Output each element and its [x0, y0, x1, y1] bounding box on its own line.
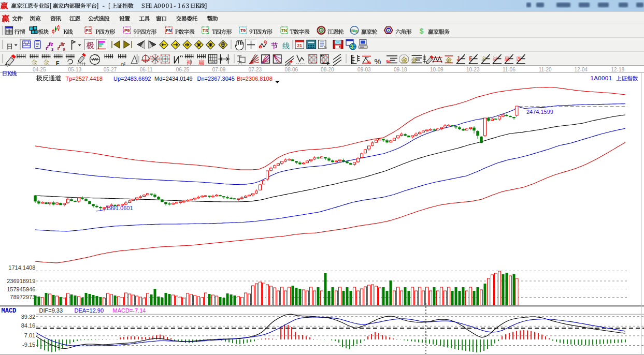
- svg-text:10-09: 10-09: [430, 67, 443, 72]
- svg-text:11-20: 11-20: [539, 67, 552, 72]
- svg-text:06-11: 06-11: [140, 67, 153, 72]
- svg-text:P9: P9: [124, 28, 130, 33]
- svg-text:06-25: 06-25: [176, 67, 190, 72]
- svg-text:21: 21: [297, 43, 302, 48]
- svg-text:F: F: [469, 56, 473, 62]
- svg-text:236918919: 236918919: [7, 278, 35, 284]
- svg-text:%: %: [387, 58, 391, 64]
- svg-text:DEA=12.90: DEA=12.90: [75, 307, 104, 314]
- svg-text:1991.0601: 1991.0601: [106, 205, 133, 211]
- svg-text:2474.1599: 2474.1599: [526, 109, 553, 115]
- svg-text:n²: n²: [121, 62, 125, 67]
- svg-text:08-06: 08-06: [285, 67, 298, 72]
- svg-text:09-03: 09-03: [357, 67, 371, 72]
- svg-text:Bt=2306.8108: Bt=2306.8108: [237, 76, 273, 82]
- svg-text:TN: TN: [281, 28, 287, 33]
- svg-text:157945946: 157945946: [7, 286, 35, 292]
- svg-text:1A0001: 1A0001: [590, 75, 612, 81]
- svg-text:%: %: [375, 57, 381, 66]
- svg-text:PN: PN: [166, 28, 172, 33]
- svg-text:PS: PS: [85, 28, 92, 33]
- svg-text:Tp=2527.4418: Tp=2527.4418: [66, 76, 103, 82]
- svg-text:F: F: [56, 60, 60, 66]
- svg-text:10-23: 10-23: [466, 67, 480, 72]
- svg-text:05-13: 05-13: [68, 67, 82, 72]
- svg-text:TS: TS: [203, 28, 208, 33]
- svg-text:J: J: [457, 56, 460, 62]
- svg-text:11-06: 11-06: [503, 67, 516, 72]
- svg-text:07-09: 07-09: [212, 67, 226, 72]
- svg-text:MACD: MACD: [2, 307, 17, 315]
- svg-text:$: $: [420, 27, 424, 35]
- svg-text:Big: Big: [351, 28, 358, 33]
- svg-text:DIF=9.33: DIF=9.33: [39, 307, 63, 314]
- svg-text:3: 3: [51, 47, 53, 52]
- svg-text:-9.15: -9.15: [22, 342, 35, 348]
- svg-text:04-25: 04-25: [33, 67, 46, 72]
- svg-text:Up=2483.6692: Up=2483.6692: [113, 76, 151, 82]
- svg-text:09-18: 09-18: [394, 67, 407, 72]
- svg-text:7.01: 7.01: [24, 332, 35, 338]
- svg-text:1714.1408: 1714.1408: [8, 264, 35, 271]
- svg-text:78972973: 78972973: [10, 294, 35, 300]
- svg-text:9: 9: [63, 47, 65, 52]
- svg-text:T9: T9: [240, 28, 246, 33]
- svg-text:123: 123: [210, 61, 216, 64]
- svg-text:08-20: 08-20: [321, 67, 334, 72]
- svg-text:Md=2434.0149: Md=2434.0149: [154, 76, 193, 82]
- svg-text:Dn=2367.3045: Dn=2367.3045: [197, 76, 235, 82]
- svg-text:%: %: [367, 60, 371, 65]
- svg-text:12-18: 12-18: [611, 67, 625, 72]
- svg-text:07-23: 07-23: [249, 67, 262, 72]
- svg-text:84.16: 84.16: [21, 322, 36, 329]
- svg-text:12-04: 12-04: [575, 67, 588, 72]
- svg-text:MACD=-7.14: MACD=-7.14: [113, 307, 146, 314]
- svg-text:05-27: 05-27: [104, 67, 117, 72]
- svg-text:39.32: 39.32: [21, 314, 36, 320]
